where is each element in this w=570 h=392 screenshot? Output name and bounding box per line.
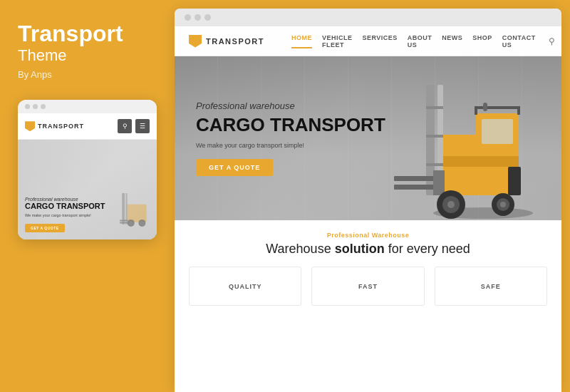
bottom-card-safe-label: SAFE xyxy=(481,283,501,290)
nav-link-about-us[interactable]: ABOUT US xyxy=(408,34,432,48)
mobile-menu-icon[interactable]: ☰ xyxy=(135,119,150,133)
nav-link-vehicle-fleet[interactable]: VEHICLE FLEET xyxy=(322,34,353,48)
bottom-card-safe: SAFE xyxy=(435,267,547,306)
mobile-mockup: TRANSPORT ⚲ ☰ xyxy=(18,100,157,239)
mobile-nav-icons: ⚲ ☰ xyxy=(118,119,150,133)
mobile-hero-title: CARGO TRANSPORT xyxy=(25,202,150,211)
svg-rect-13 xyxy=(482,119,513,144)
desktop-content: TRANSPORT HOME VEHICLE FLEET SERVICES AB… xyxy=(175,26,561,392)
mobile-get-quote-button[interactable]: GET A QUOTE xyxy=(25,224,65,232)
bottom-cards-container: QUALITY FAST SAFE xyxy=(189,267,547,306)
svg-rect-11 xyxy=(440,156,519,167)
hero-content: Professional warehouse CARGO TRANSPORT W… xyxy=(196,100,385,176)
svg-rect-15 xyxy=(475,106,477,115)
svg-point-31 xyxy=(500,202,506,207)
svg-rect-20 xyxy=(426,106,443,109)
forklift-illustration xyxy=(383,63,540,220)
mobile-logo-text: TRANSPORT xyxy=(38,123,84,130)
mobile-logo: TRANSPORT xyxy=(25,121,84,131)
left-panel: Transport Theme By Anps TRANSPORT ⚲ ☰ xyxy=(0,0,175,392)
mobile-hero-desc: We make your cargo transport simple! xyxy=(25,213,150,217)
svg-rect-24 xyxy=(394,185,435,190)
desktop-preview: TRANSPORT HOME VEHICLE FLEET SERVICES AB… xyxy=(175,9,561,392)
hero-get-quote-button[interactable]: GET A QUOTE xyxy=(196,159,273,176)
bottom-card-fast: FAST xyxy=(311,267,424,306)
browser-dot-1 xyxy=(185,14,191,21)
svg-rect-16 xyxy=(517,106,520,115)
mobile-browser-bar xyxy=(18,100,157,113)
app-subtitle: Theme xyxy=(18,46,66,65)
nav-link-home[interactable]: HOME xyxy=(291,34,312,48)
bottom-card-quality: QUALITY xyxy=(189,267,301,306)
mobile-nav: TRANSPORT ⚲ ☰ xyxy=(18,113,157,140)
desktop-nav-links: HOME VEHICLE FLEET SERVICES ABOUT US NEW… xyxy=(291,34,536,48)
bottom-card-quality-label: QUALITY xyxy=(229,283,262,290)
nav-link-news[interactable]: NEWS xyxy=(442,34,462,48)
browser-dot-3 xyxy=(204,14,211,21)
mobile-dot-3 xyxy=(41,104,46,109)
desktop-hero: Professional warehouse CARGO TRANSPORT W… xyxy=(175,56,561,220)
browser-bar xyxy=(175,9,561,26)
desktop-bottom-section: Professional Warehouse Warehouse solutio… xyxy=(175,220,561,392)
bottom-section-heading: Warehouse solution for every need xyxy=(266,242,470,257)
mobile-hero-subtitle: Professional warehouse xyxy=(25,197,150,202)
svg-point-28 xyxy=(447,201,455,208)
desktop-logo-icon xyxy=(189,35,202,48)
mobile-logo-icon xyxy=(25,121,35,131)
mobile-hero-content: Professional warehouse CARGO TRANSPORT W… xyxy=(25,197,150,232)
svg-rect-25 xyxy=(433,170,445,195)
hero-subtitle: Professional warehouse xyxy=(196,100,385,111)
browser-dot-2 xyxy=(195,14,201,21)
svg-rect-14 xyxy=(475,106,520,109)
nav-link-services[interactable]: SERVICES xyxy=(362,34,397,48)
hero-title: CARGO TRANSPORT xyxy=(196,114,385,136)
mobile-search-icon[interactable]: ⚲ xyxy=(118,119,132,133)
app-title: Transport xyxy=(18,21,123,46)
mobile-dot-2 xyxy=(33,104,38,109)
bottom-heading-post: for every need xyxy=(385,242,470,256)
svg-rect-22 xyxy=(426,163,443,166)
desktop-search-icon[interactable]: ⚲ xyxy=(549,36,555,46)
mobile-dot-1 xyxy=(25,104,30,109)
mobile-hero: Professional warehouse CARGO TRANSPORT W… xyxy=(18,140,157,239)
desktop-logo-text: TRANSPORT xyxy=(206,37,264,46)
author-label: By Anps xyxy=(18,69,52,80)
desktop-nav: TRANSPORT HOME VEHICLE FLEET SERVICES AB… xyxy=(175,26,561,56)
svg-rect-21 xyxy=(426,135,443,138)
bottom-section-label: Professional Warehouse xyxy=(327,232,410,239)
hero-description: We make your cargo transport simple! xyxy=(196,142,385,149)
nav-link-shop[interactable]: SHOP xyxy=(472,34,492,48)
bottom-card-fast-label: FAST xyxy=(358,283,378,290)
svg-rect-23 xyxy=(394,176,435,181)
nav-link-contact-us[interactable]: CONTACT US xyxy=(502,34,536,48)
svg-rect-32 xyxy=(483,103,487,111)
svg-rect-17 xyxy=(508,167,521,195)
bottom-heading-bold: solution xyxy=(335,242,385,256)
desktop-logo: TRANSPORT xyxy=(189,35,264,48)
bottom-heading-pre: Warehouse xyxy=(266,242,334,256)
